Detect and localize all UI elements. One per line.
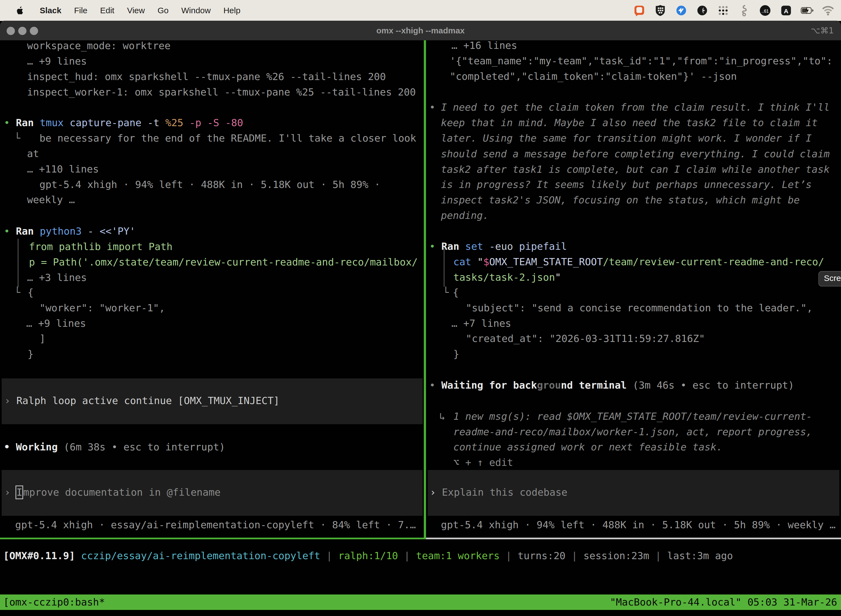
wifi-icon[interactable] bbox=[822, 4, 834, 17]
pie-app-icon[interactable] bbox=[696, 4, 709, 17]
output-corner: └ bbox=[14, 132, 21, 144]
right-pane-status-line: gpt-5.4 xhigh · 94% left · 488K in · 5.1… bbox=[441, 519, 835, 531]
output-connector-line bbox=[444, 248, 444, 287]
chevron-icon: › bbox=[4, 395, 10, 406]
menu-item-go[interactable]: Go bbox=[158, 6, 168, 15]
right-pre-line: "completed","claim_token":"claim-token"}… bbox=[450, 70, 737, 82]
right-msg-line: 1 new msg(s): read $OMX_TEAM_STATE_ROOT/… bbox=[453, 411, 812, 422]
left-inject-text: › Ralph loop active continue [OMX_TMUX_I… bbox=[4, 395, 280, 407]
battery-icon[interactable] bbox=[801, 4, 813, 17]
left-python-output-line: "worker": "worker-1", bbox=[40, 302, 165, 314]
mailbox-arrow-icon: ↳ bbox=[439, 411, 445, 422]
right-thought-line: should send a message before completing … bbox=[441, 148, 830, 160]
right-thought-line: keep that in mind. Maybe I also need the… bbox=[441, 117, 818, 129]
tmux-status-bar: [omx-cczip0:bash* "MacBook-Pro-44.local"… bbox=[0, 594, 841, 610]
right-thought-line: later. Using the same for transition mig… bbox=[441, 132, 812, 144]
left-pre-line: inspect_hud: omx sparkshell --tmux-pane … bbox=[27, 70, 386, 83]
bullet-icon: • bbox=[429, 241, 435, 252]
output-connector-line bbox=[18, 239, 19, 287]
left-pre-line: … +9 lines bbox=[27, 55, 87, 67]
right-cat-command-line: cat "$OMX_TEAM_STATE_ROOT/team/review-cu… bbox=[453, 256, 824, 268]
hook-utility-icon[interactable] bbox=[738, 4, 750, 17]
apple-icon[interactable] bbox=[14, 4, 27, 17]
pane-bottom-border-left bbox=[0, 538, 424, 539]
pane-divider[interactable] bbox=[424, 40, 426, 539]
left-tmux-output-line: be necessary for the end of the README. … bbox=[40, 132, 416, 144]
left-inject-banner[interactable]: › Ralph loop active continue [OMX_TMUX_I… bbox=[1, 378, 423, 424]
omx-hud-status-line: [OMX#0.11.9] cczip/essay/ai-reimplementa… bbox=[3, 550, 733, 562]
omx-version-badge: [OMX#0.11.9] bbox=[3, 550, 75, 561]
window-title-bar: omx --xhigh --madmax ⌥⌘1 bbox=[0, 21, 841, 40]
dots-grid-icon[interactable] bbox=[717, 4, 730, 17]
right-msg-line: continue assigned work or next feasible … bbox=[453, 441, 722, 453]
output-corner: └ bbox=[14, 286, 21, 299]
bullet-icon: • bbox=[4, 117, 10, 128]
left-working-status: • Working (6m 38s • esc to interrupt) bbox=[4, 441, 225, 453]
input-source-icon[interactable]: A bbox=[780, 4, 793, 17]
left-python-body-line: from pathlib import Path bbox=[29, 241, 173, 253]
right-msg-line: readme-and-reco/mailbox/worker-1.json, a… bbox=[453, 426, 812, 438]
bullet-icon: • bbox=[4, 226, 10, 237]
bullet-icon: • bbox=[429, 380, 435, 391]
left-input-text: › Improve documentation in @filename bbox=[4, 486, 220, 499]
output-corner: └ bbox=[443, 286, 449, 299]
verification-badge-icon[interactable] bbox=[675, 4, 687, 17]
terminal-content: workspace_mode: worktree … +9 lines insp… bbox=[0, 40, 841, 616]
right-thought-line: task2 after task1 is complete, but can I… bbox=[441, 163, 830, 176]
left-python-output-line: } bbox=[28, 348, 34, 360]
right-cat-output-line: … +7 lines bbox=[451, 317, 511, 330]
svg-text:..61: ..61 bbox=[762, 9, 769, 13]
menu-item-help[interactable]: Help bbox=[224, 6, 240, 15]
pane-bottom-border-right bbox=[426, 538, 841, 539]
right-ran-set-command: • Ran set -euo pipefail bbox=[429, 241, 567, 252]
right-cat-output-line: "subject": "send a concise recommendatio… bbox=[466, 302, 813, 314]
right-cat-command-line2: tasks/task-2.json" bbox=[453, 271, 561, 283]
screen: Slack File Edit View Go Window Help bbox=[0, 0, 841, 616]
hud-session-time: session:23m bbox=[583, 550, 649, 561]
right-thought-line: I need to get the claim token from the c… bbox=[441, 101, 830, 113]
left-tmux-output-line: weekly … bbox=[27, 194, 75, 206]
left-ran-tmux-command: • Ran tmux capture-pane -t %25 -p -S -80 bbox=[4, 117, 243, 129]
hud-last-activity: last:3m ago bbox=[667, 550, 733, 561]
chevron-icon: › bbox=[4, 487, 10, 498]
right-waiting-status: • Waiting for background terminal (3m 46… bbox=[429, 379, 794, 392]
menu-item-edit[interactable]: Edit bbox=[100, 6, 114, 15]
menu-app-name[interactable]: Slack bbox=[40, 6, 61, 15]
menu-item-window[interactable]: Window bbox=[181, 6, 211, 15]
right-pre-line: … +16 lines bbox=[451, 40, 517, 51]
right-thought-line: is in progress? It seems likely but perh… bbox=[441, 179, 812, 191]
keypad-shield-icon[interactable] bbox=[654, 4, 667, 17]
text-cursor: I bbox=[15, 485, 23, 499]
menu-item-file[interactable]: File bbox=[74, 6, 87, 15]
screen-recording-icon[interactable] bbox=[633, 4, 646, 17]
menu-item-view[interactable]: View bbox=[127, 6, 145, 15]
tmux-host-clock-label: "MacBook-Pro-44.local" 05:03 31-Mar-26 bbox=[610, 594, 837, 610]
left-tmux-output-line: … +110 lines bbox=[27, 163, 99, 175]
left-pre-line: inspect_worker-1: omx sparkshell --tmux-… bbox=[27, 86, 416, 98]
left-ran-python-command: • Ran python3 - <<'PY' bbox=[4, 225, 135, 238]
right-cat-output-line: } bbox=[453, 348, 459, 360]
terminal-window: omx --xhigh --madmax ⌥⌘1 workspace_mode:… bbox=[0, 21, 841, 616]
hud-ralph-counter: ralph:1/10 bbox=[338, 550, 398, 561]
left-pane-status-line: gpt-5.4 xhigh · essay/ai-reimplementatio… bbox=[15, 519, 416, 531]
battery-badge-icon[interactable]: ..61 bbox=[759, 4, 771, 17]
left-python-output-line: { bbox=[28, 286, 34, 299]
chevron-icon: › bbox=[430, 487, 436, 498]
hud-session-path: cczip/essay/ai-reimplementation-copyleft bbox=[81, 550, 320, 561]
left-input-box[interactable]: › Improve documentation in @filename bbox=[1, 470, 423, 516]
right-cat-output-line: { bbox=[453, 286, 459, 299]
right-thought-line: inspect task2's JSON, focusing on the st… bbox=[441, 194, 800, 206]
right-cat-output-line: "created_at": "2026-03-31T11:59:27.816Z" bbox=[466, 333, 705, 345]
right-input-box[interactable]: › Explain this codebase bbox=[428, 470, 840, 516]
right-pre-line: '{"team_name":"my-team","task_id":"1","f… bbox=[450, 55, 832, 67]
hud-turns: turns:20 bbox=[518, 550, 566, 561]
left-python-output-line: … +9 lines bbox=[26, 317, 86, 330]
left-python-body-line: p = Path('.omx/state/team/review-current… bbox=[29, 256, 418, 268]
left-python-output-line: ] bbox=[40, 333, 45, 345]
left-tmux-output-line: at bbox=[27, 148, 39, 160]
left-pre-line: workspace_mode: worktree bbox=[27, 40, 170, 52]
menu-bar: Slack File Edit View Go Window Help bbox=[0, 0, 841, 21]
left-python-body-line: … +3 lines bbox=[27, 271, 87, 284]
right-input-text: › Explain this codebase bbox=[430, 486, 568, 499]
tmux-session-window-label[interactable]: [omx-cczip0:bash* bbox=[3, 594, 105, 610]
